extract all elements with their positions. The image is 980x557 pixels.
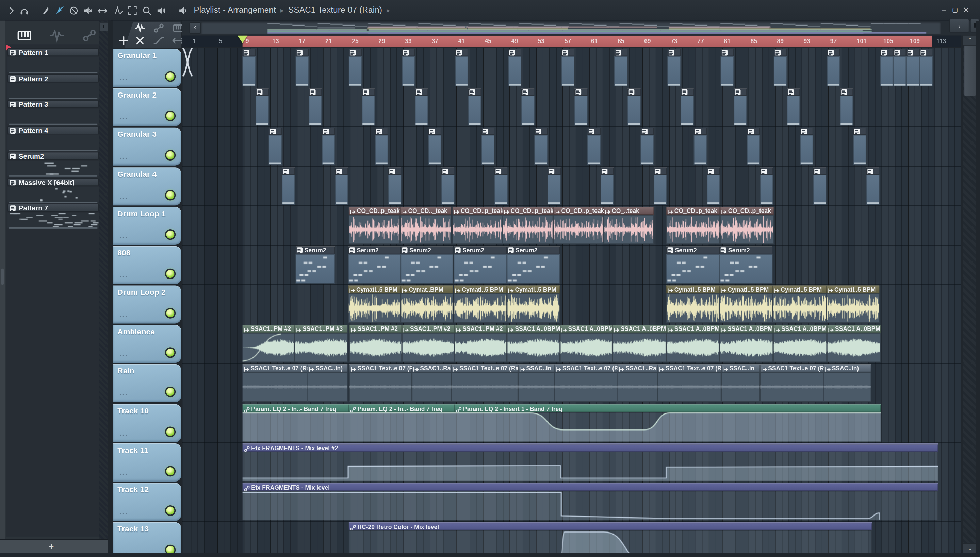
automation-clip-header[interactable]: Param. EQ 2 - In..- Band 7 freq <box>349 404 454 412</box>
pattern-clip[interactable] <box>681 88 694 125</box>
track-header[interactable]: Ambience··· <box>113 325 181 363</box>
slip-tool-icon[interactable] <box>40 5 51 16</box>
audio-clip[interactable]: SSAC1..PM #3 <box>294 325 348 362</box>
vscrollbar-thumb[interactable] <box>964 45 976 96</box>
track-header[interactable]: Rain··· <box>113 364 181 402</box>
pattern-clip[interactable] <box>468 88 482 125</box>
pattern-clip[interactable] <box>547 167 561 205</box>
pattern-item[interactable]: Massive X [64bit] <box>8 178 99 186</box>
pattern-item[interactable]: Serum2 <box>8 151 99 160</box>
pattern-clip[interactable] <box>641 127 654 165</box>
audio-clip[interactable]: Cymati..5 BPM <box>826 285 879 323</box>
pattern-item[interactable]: Pattern 7 <box>8 204 99 212</box>
track-mute-led[interactable] <box>165 387 176 397</box>
track-mute-led[interactable] <box>165 466 176 476</box>
picker-tab-automation-link-icon[interactable] <box>81 30 98 41</box>
hscrollbar[interactable] <box>201 22 941 34</box>
pattern-clip[interactable]: Serum2 <box>507 246 560 283</box>
pattern-clip[interactable] <box>428 127 441 165</box>
pl-cut-tool[interactable] <box>134 36 146 46</box>
automation-clip-header[interactable]: Param. EQ 2 - In..- Band 7 freq <box>243 404 349 412</box>
audio-clip[interactable]: SSAC1 A..0BPM <box>612 325 666 362</box>
pattern-clip[interactable] <box>335 167 348 205</box>
playlist-grid[interactable]: Serum2Serum2Serum2Serum2Serum2Serum2Seru… <box>182 48 961 552</box>
detach-caret-icon[interactable] <box>6 5 17 16</box>
pattern-clip[interactable] <box>866 167 880 205</box>
headphones-icon[interactable] <box>19 5 30 16</box>
track-header[interactable]: Drum Loop 1··· <box>113 207 181 245</box>
track-mute-led[interactable] <box>165 347 176 358</box>
pattern-clip[interactable] <box>574 88 588 125</box>
audio-clip[interactable]: SSAC1 Text..e 07 (Ra <box>451 364 518 402</box>
pattern-clip[interactable] <box>627 88 641 125</box>
track-options-dots[interactable]: ··· <box>119 312 128 320</box>
audio-clip[interactable]: CO_CD.._teak <box>400 207 452 244</box>
track-options-dots[interactable]: ··· <box>119 391 128 399</box>
track-options-dots[interactable]: ··· <box>119 75 128 83</box>
audio-clip[interactable]: SSAC1 A..0BPM <box>507 325 560 362</box>
audio-clip[interactable]: CO_CD..p_teak <box>349 207 400 244</box>
track-header[interactable]: 808··· <box>113 246 181 284</box>
pattern-clip[interactable] <box>309 88 322 125</box>
audio-clip[interactable]: SSAC..in) <box>308 364 348 402</box>
track-mute-led[interactable] <box>165 229 176 240</box>
playhead-marker[interactable] <box>237 36 247 43</box>
vscrollbar-track[interactable] <box>963 35 977 553</box>
track-options-dots[interactable]: ··· <box>119 194 128 202</box>
audio-clip[interactable]: SSAC1..Ra <box>412 364 451 402</box>
pattern-clip[interactable] <box>375 127 388 165</box>
automation-clip-header[interactable]: RC-20 Retro Color - Mix level <box>349 522 872 531</box>
panel-resize-handle[interactable] <box>2 269 4 285</box>
track-mute-led[interactable] <box>165 190 176 200</box>
track-options-dots[interactable]: ··· <box>119 115 128 122</box>
pattern-clip[interactable] <box>481 127 495 165</box>
audio-clip[interactable]: Cymati..5 BPM <box>348 285 400 323</box>
pattern-clip[interactable] <box>322 127 335 165</box>
track-options-dots[interactable]: ··· <box>119 549 128 552</box>
track-mute-led[interactable] <box>165 545 176 553</box>
audio-clip[interactable]: SSAC1 A..0BPM <box>560 325 612 362</box>
pattern-clip[interactable] <box>694 127 707 165</box>
pattern-clip[interactable] <box>601 167 614 205</box>
preview-tool-icon[interactable] <box>155 5 167 16</box>
track-header[interactable]: Track 11··· <box>113 443 181 482</box>
pattern-clip[interactable]: Serum2 <box>348 246 400 283</box>
audio-clip[interactable]: SSAC1 A..0BPM <box>827 325 880 362</box>
audio-clip[interactable]: CO_..teak <box>604 207 654 244</box>
pattern-clip[interactable] <box>893 49 906 86</box>
audio-clip[interactable]: SSAC1 A..0BPM <box>666 325 719 362</box>
timeline-ruler[interactable]: 1591317212529333741454953576165697377818… <box>182 36 961 47</box>
automation-clip-header[interactable]: Efx FRAGMENTS - Mix level <box>243 483 938 491</box>
pattern-clip[interactable] <box>707 167 720 205</box>
audio-clip[interactable]: Cymati..5 BPM <box>719 285 773 323</box>
pl-add-track-button[interactable] <box>118 36 130 46</box>
pattern-item[interactable]: Pattern 3 <box>8 100 99 108</box>
pattern-clip[interactable] <box>588 127 601 165</box>
track-header[interactable]: Track 13··· <box>113 522 181 553</box>
zoom-tool-icon[interactable] <box>141 5 152 16</box>
audio-clip[interactable]: SSAC1 Text..e 07 (Ra <box>657 364 721 402</box>
pattern-clip[interactable] <box>787 88 800 125</box>
track-mute-led[interactable] <box>165 505 176 516</box>
track-header[interactable]: Track 10··· <box>113 404 181 442</box>
pattern-item[interactable]: Pattern 1 <box>8 48 99 56</box>
pattern-clip[interactable] <box>269 127 282 165</box>
picker-scrollbar[interactable] <box>99 21 109 539</box>
playback-tool-icon[interactable] <box>113 5 124 16</box>
audio-clip[interactable]: SSAC1 Text..e 07 (Ra <box>243 364 308 402</box>
slide-tool-icon[interactable] <box>97 5 108 16</box>
track-options-dots[interactable]: ··· <box>119 470 128 478</box>
audio-clip[interactable]: SSAC..in <box>721 364 760 402</box>
audio-clip[interactable]: SSAC1..PM #2 <box>243 325 294 362</box>
track-mute-led[interactable] <box>165 308 176 319</box>
pattern-clip[interactable] <box>256 88 269 125</box>
audio-clip[interactable]: Cymati..5 BPM <box>666 285 719 323</box>
pattern-clip[interactable] <box>349 49 362 86</box>
loop-region[interactable] <box>243 36 932 47</box>
track-header[interactable]: Track 12··· <box>113 483 181 521</box>
pattern-clip[interactable] <box>668 49 681 86</box>
audio-clip[interactable]: SSAC1 A..0BPM <box>773 325 827 362</box>
minimize-button[interactable]: – <box>939 6 949 15</box>
automation-clip-header[interactable]: Efx FRAGMENTS - Mix level #2 <box>243 443 938 451</box>
track-options-dots[interactable]: ··· <box>119 155 128 162</box>
